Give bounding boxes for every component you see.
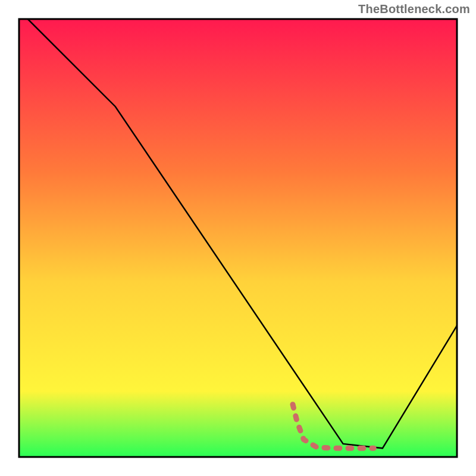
- chart-container: TheBottleneck.com: [0, 0, 476, 476]
- watermark-text: TheBottleneck.com: [358, 2, 470, 16]
- plot-background: [19, 19, 457, 457]
- chart-svg: [0, 0, 476, 476]
